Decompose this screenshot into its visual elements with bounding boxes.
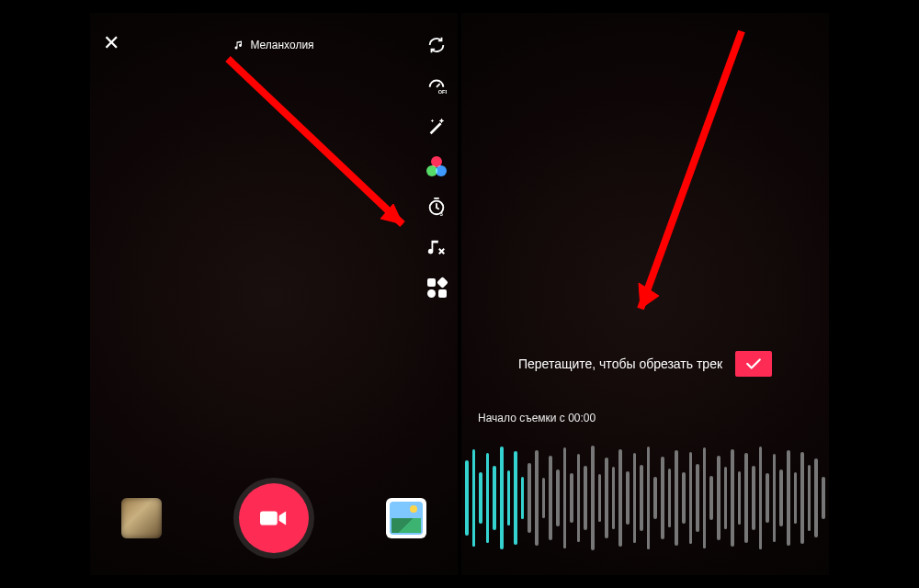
svg-line-6 bbox=[641, 31, 742, 309]
waveform-bar bbox=[731, 449, 734, 548]
waveform-bar bbox=[626, 471, 630, 525]
waveform-bar bbox=[689, 452, 693, 544]
flip-camera-icon[interactable] bbox=[425, 33, 448, 57]
waveform-bar bbox=[528, 463, 531, 534]
waveform-bar bbox=[633, 453, 637, 542]
waveform-bar bbox=[493, 466, 496, 530]
waveform-bar bbox=[787, 450, 790, 546]
gallery-button[interactable] bbox=[386, 498, 426, 538]
waveform[interactable] bbox=[461, 445, 829, 551]
waveform-bar bbox=[703, 447, 707, 548]
waveform-bar bbox=[675, 450, 678, 546]
waveform-bar bbox=[549, 456, 552, 541]
svg-marker-7 bbox=[639, 283, 659, 309]
annotation-arrow bbox=[604, 24, 788, 336]
waveform-bar bbox=[717, 456, 720, 541]
waveform-bar bbox=[814, 458, 818, 537]
trim-hint-row: Перетащите, чтобы обрезать трек bbox=[461, 351, 829, 377]
trim-hint-text: Перетащите, чтобы обрезать трек bbox=[518, 356, 722, 371]
templates-icon[interactable] bbox=[425, 276, 448, 300]
svg-marker-4 bbox=[380, 204, 403, 224]
waveform-bar bbox=[744, 453, 748, 542]
waveform-bar bbox=[521, 477, 525, 519]
waveform-bar bbox=[724, 467, 728, 528]
bottom-bar bbox=[90, 483, 458, 553]
waveform-bar bbox=[618, 449, 622, 548]
waveform-bar bbox=[577, 454, 581, 541]
waveform-bar bbox=[766, 473, 769, 522]
waveform-bar bbox=[472, 449, 476, 548]
top-bar: ✕ Меланхолия bbox=[90, 31, 458, 59]
waveform-bar bbox=[752, 466, 755, 530]
svg-rect-5 bbox=[260, 512, 278, 526]
waveform-bar bbox=[647, 447, 651, 548]
waveform-bar bbox=[779, 469, 783, 527]
waveform-bar bbox=[661, 457, 664, 539]
tool-column: OFF 3 bbox=[425, 33, 448, 300]
waveform-bar bbox=[479, 472, 482, 524]
sound-label: Меланхолия bbox=[250, 39, 313, 51]
waveform-bar bbox=[514, 451, 517, 545]
effects-button[interactable] bbox=[121, 498, 162, 538]
waveform-bar bbox=[486, 453, 490, 542]
waveform-bar bbox=[808, 465, 811, 531]
waveform-bar bbox=[465, 460, 469, 535]
waveform-bar bbox=[640, 465, 643, 531]
selected-sound[interactable]: Меланхолия bbox=[233, 39, 313, 51]
waveform-bar bbox=[500, 447, 504, 548]
confirm-button[interactable] bbox=[735, 351, 772, 377]
svg-text:3: 3 bbox=[440, 211, 443, 217]
waveform-bar bbox=[507, 470, 511, 526]
svg-text:OFF: OFF bbox=[438, 89, 447, 95]
trim-sound-icon[interactable] bbox=[425, 235, 448, 259]
record-button[interactable] bbox=[239, 483, 309, 553]
trim-sound-screen: Перетащите, чтобы обрезать трек Начало с… bbox=[461, 13, 829, 575]
record-screen: ✕ Меланхолия OFF 3 bbox=[90, 13, 458, 575]
waveform-bar bbox=[682, 472, 686, 524]
waveform-bar bbox=[535, 450, 539, 546]
waveform-bar bbox=[822, 477, 825, 519]
waveform-bar bbox=[605, 458, 608, 538]
waveform-bar bbox=[612, 467, 616, 528]
waveform-bar bbox=[570, 473, 573, 522]
waveform-bar bbox=[584, 466, 587, 530]
waveform-bar bbox=[738, 471, 742, 525]
waveform-bar bbox=[709, 476, 713, 521]
filters-icon[interactable] bbox=[425, 154, 448, 178]
waveform-bar bbox=[542, 478, 546, 518]
close-icon[interactable]: ✕ bbox=[103, 31, 119, 55]
timer-icon[interactable]: 3 bbox=[425, 195, 448, 219]
svg-line-3 bbox=[228, 59, 403, 224]
waveform-bar bbox=[556, 469, 560, 527]
waveform-bar bbox=[591, 446, 595, 550]
waveform-bar bbox=[794, 472, 798, 524]
waveform-bar bbox=[653, 477, 657, 519]
waveform-bar bbox=[773, 454, 777, 541]
annotation-arrow bbox=[219, 50, 430, 252]
speed-icon[interactable]: OFF bbox=[425, 74, 448, 97]
waveform-bar bbox=[598, 474, 602, 521]
music-note-icon bbox=[233, 40, 244, 51]
start-time-label: Начало съемки с 00:00 bbox=[478, 412, 596, 424]
waveform-bar bbox=[759, 447, 763, 548]
magic-wand-icon[interactable] bbox=[425, 114, 448, 138]
waveform-bar bbox=[800, 452, 804, 544]
waveform-bar bbox=[696, 464, 699, 532]
waveform-bar bbox=[563, 447, 567, 548]
waveform-bar bbox=[668, 469, 672, 528]
